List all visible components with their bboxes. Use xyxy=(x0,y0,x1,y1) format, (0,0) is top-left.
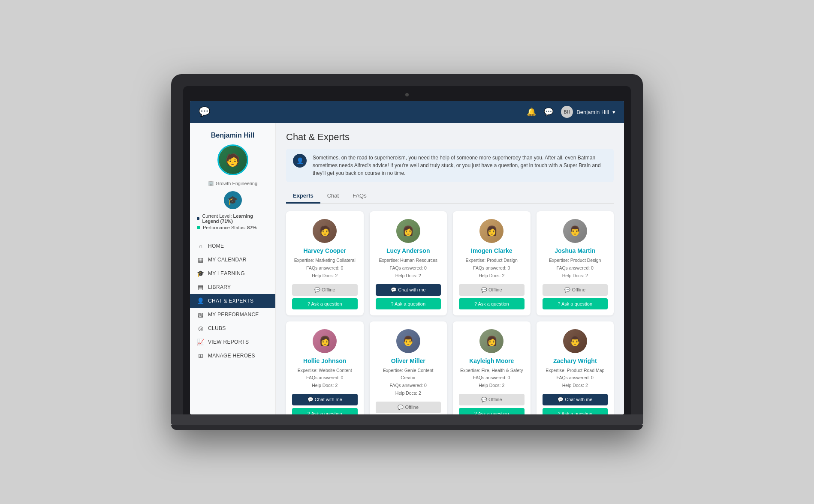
offline-button-kayleigh[interactable]: 💬 Offline xyxy=(459,394,525,405)
sidebar-item-heroes[interactable]: ⊞ MANAGE HEROES xyxy=(190,349,275,363)
expert-avatar-oliver: 👨 xyxy=(396,329,420,353)
ask-button-joshua[interactable]: ? Ask a question xyxy=(543,298,608,309)
expert-avatar-imogen: 👩 xyxy=(479,219,503,243)
expert-info-harvey: Expertise: Marketing CollateralFAQs answ… xyxy=(292,257,358,280)
expert-card-hollie: 👩 Hollie Johnson Expertise: Website Cont… xyxy=(286,321,364,414)
chat-button-lucy[interactable]: 💬 Chat with me xyxy=(376,284,441,296)
expert-info-lucy: Expertise: Human ResourcesFAQs answered:… xyxy=(376,257,441,280)
ask-button-zachary[interactable]: ? Ask a question xyxy=(543,408,608,414)
info-text: Sometimes, on the road to superheroism, … xyxy=(313,154,607,177)
nav-label-chat: CHAT & EXPERTS xyxy=(208,298,253,304)
experts-grid: 🧑 Harvey Cooper Expertise: Marketing Col… xyxy=(286,211,614,414)
home-icon: ⌂ xyxy=(197,243,205,249)
heroes-icon: ⊞ xyxy=(197,352,205,359)
top-navigation: 💬 🔔 💬 BH Benjamin Hill ▾ xyxy=(190,101,624,123)
chat-button-zachary[interactable]: 💬 Chat with me xyxy=(543,394,608,405)
tab-chat[interactable]: Chat xyxy=(320,189,346,204)
expert-name-zachary: Zachary Wright xyxy=(543,357,608,364)
topnav-right: 🔔 💬 BH Benjamin Hill ▾ xyxy=(527,106,615,118)
chat-icon[interactable]: 💬 xyxy=(544,107,553,117)
expert-card-harvey: 🧑 Harvey Cooper Expertise: Marketing Col… xyxy=(286,211,364,315)
expert-name-lucy: Lucy Anderson xyxy=(376,247,441,254)
info-icon: 👤 xyxy=(293,154,307,168)
nav-label-calendar: MY CALENDAR xyxy=(208,257,247,263)
reports-icon: 📈 xyxy=(197,339,205,345)
sidebar-item-clubs[interactable]: ◎ CLUBS xyxy=(190,321,275,335)
chat-experts-icon: 👤 xyxy=(197,297,205,304)
ask-button-imogen[interactable]: ? Ask a question xyxy=(459,298,525,309)
offline-button-harvey[interactable]: 💬 Offline xyxy=(292,284,358,296)
expert-info-kayleigh: Expertise: Fire, Health & SafetyFAQs ans… xyxy=(459,367,525,390)
expert-info-joshua: Expertise: Product DesignFAQs answered: … xyxy=(543,257,608,280)
app-logo: 💬 xyxy=(199,106,210,117)
expert-name-kayleigh: Kayleigh Moore xyxy=(459,357,525,364)
content-tabs: Experts Chat FAQs xyxy=(286,189,614,204)
nav-label-heroes: MANAGE HEROES xyxy=(208,353,255,359)
sidebar-item-performance[interactable]: ▧ MY PERFORMANCE xyxy=(190,308,275,321)
expert-avatar-joshua: 👨 xyxy=(563,219,587,243)
expert-avatar-kayleigh: 👩 xyxy=(479,329,503,353)
notification-icon[interactable]: 🔔 xyxy=(527,107,536,117)
tab-faqs[interactable]: FAQs xyxy=(346,189,374,204)
nav-label-reports: VIEW REPORTS xyxy=(208,339,249,345)
chevron-down-icon: ▾ xyxy=(612,109,615,115)
info-banner: 👤 Sometimes, on the road to superheroism… xyxy=(286,149,614,182)
ask-button-kayleigh[interactable]: ? Ask a question xyxy=(459,408,525,414)
chat-button-hollie[interactable]: 💬 Chat with me xyxy=(292,394,358,405)
expert-avatar-harvey: 🧑 xyxy=(313,219,337,243)
learning-icon: 🎓 xyxy=(197,270,205,277)
avatar-image: 🧑 xyxy=(219,146,247,174)
sidebar-item-home[interactable]: ⌂ HOME xyxy=(190,239,275,253)
logo-icon: 💬 xyxy=(199,106,210,117)
sidebar-item-chat[interactable]: 👤 CHAT & EXPERTS xyxy=(190,294,275,308)
badge-icon: 🎓 xyxy=(224,191,242,209)
expert-info-imogen: Expertise: Product DesignFAQs answered: … xyxy=(459,257,525,280)
expert-card-zachary: 👨 Zachary Wright Expertise: Product Road… xyxy=(537,321,614,414)
expert-card-imogen: 👩 Imogen Clarke Expertise: Product Desig… xyxy=(453,211,531,315)
nav-label-learning: MY LEARNING xyxy=(208,270,245,276)
sidebar-item-library[interactable]: ▤ LIBRARY xyxy=(190,280,275,294)
expert-avatar-zachary: 👨 xyxy=(563,329,587,353)
tab-experts[interactable]: Experts xyxy=(286,189,320,204)
ask-button-harvey[interactable]: ? Ask a question xyxy=(292,298,358,309)
topnav-avatar: BH xyxy=(561,106,573,118)
expert-name-joshua: Joshua Martin xyxy=(543,247,608,254)
expert-info-zachary: Expertise: Product Road MapFAQs answered… xyxy=(543,367,608,390)
sidebar-item-calendar[interactable]: ▦ MY CALENDAR xyxy=(190,253,275,267)
sidebar-item-learning[interactable]: 🎓 MY LEARNING xyxy=(190,267,275,280)
offline-button-oliver[interactable]: 💬 Offline xyxy=(376,402,441,413)
library-icon: ▤ xyxy=(197,284,205,291)
main-content: Chat & Experts 👤 Sometimes, on the road … xyxy=(276,123,624,414)
expert-name-hollie: Hollie Johnson xyxy=(292,357,358,364)
ask-button-hollie[interactable]: ? Ask a question xyxy=(292,408,358,414)
page-title: Chat & Experts xyxy=(286,132,614,143)
user-menu[interactable]: BH Benjamin Hill ▾ xyxy=(561,106,615,118)
level-dot xyxy=(197,217,199,220)
expert-card-lucy: 👩 Lucy Anderson Expertise: Human Resourc… xyxy=(370,211,447,315)
expert-info-hollie: Expertise: Website ContentFAQs answered:… xyxy=(292,367,358,390)
expert-card-joshua: 👨 Joshua Martin Expertise: Product Desig… xyxy=(537,211,614,315)
offline-button-imogen[interactable]: 💬 Offline xyxy=(459,284,525,296)
expert-name-imogen: Imogen Clarke xyxy=(459,247,525,254)
nav-label-clubs: CLUBS xyxy=(208,325,226,331)
offline-button-joshua[interactable]: 💬 Offline xyxy=(543,284,608,296)
expert-info-oliver: Expertise: Genie Content CreatorFAQs ans… xyxy=(376,367,441,397)
sidebar: Benjamin Hill 🧑 🏢 Growth Engineering 🎓 xyxy=(190,123,276,414)
sidebar-item-reports[interactable]: 📈 VIEW REPORTS xyxy=(190,335,275,349)
building-icon: 🏢 xyxy=(208,180,214,186)
sidebar-company: 🏢 Growth Engineering xyxy=(208,180,257,186)
nav-label-performance: MY PERFORMANCE xyxy=(208,312,259,318)
expert-avatar-hollie: 👩 xyxy=(313,329,337,353)
clubs-icon: ◎ xyxy=(197,325,205,332)
calendar-icon: ▦ xyxy=(197,256,205,263)
performance-label: Performance Status: 87% xyxy=(203,225,256,230)
expert-name-oliver: Oliver Miller xyxy=(376,357,441,364)
ask-button-lucy[interactable]: ? Ask a question xyxy=(376,298,441,309)
topnav-username: Benjamin Hill xyxy=(576,109,609,115)
performance-dot xyxy=(197,226,200,229)
performance-icon: ▧ xyxy=(197,311,205,318)
expert-card-kayleigh: 👩 Kayleigh Moore Expertise: Fire, Health… xyxy=(453,321,531,414)
level-label: Current Level: Learning Legend (71%) xyxy=(202,213,268,224)
sidebar-stats: Current Level: Learning Legend (71%) Per… xyxy=(190,213,275,231)
expert-avatar-lucy: 👩 xyxy=(396,219,420,243)
